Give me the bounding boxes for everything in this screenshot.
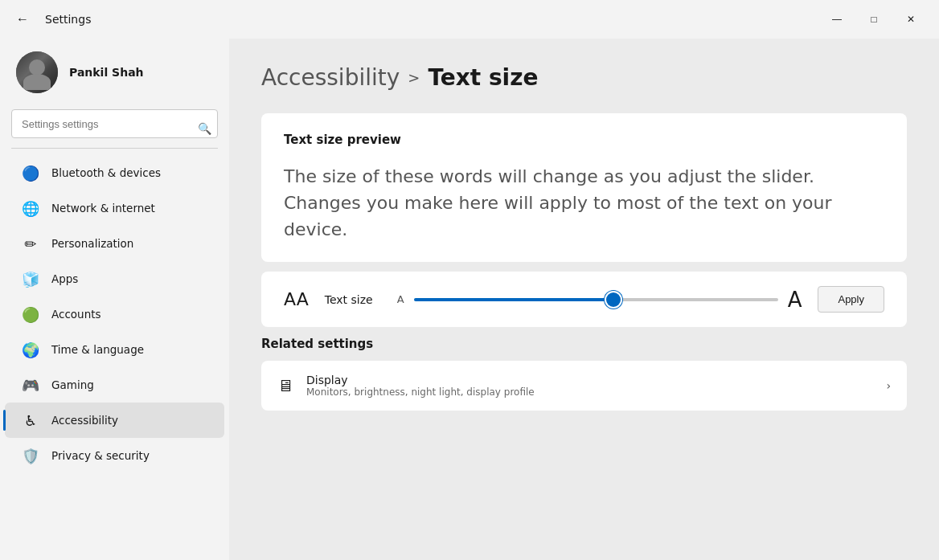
maximize-button[interactable]: □ [855, 6, 892, 32]
chevron-icon: > [408, 69, 420, 86]
sidebar-item-apps[interactable]: 🧊 Apps [5, 261, 224, 296]
related-item-display[interactable]: 🖥 Display Monitors, brightness, night li… [261, 361, 907, 411]
search-icon[interactable]: 🔍 [198, 122, 211, 135]
text-size-label: Text size [325, 293, 381, 306]
back-button[interactable]: ← [10, 6, 35, 32]
related-settings-section: Related settings 🖥 Display Monitors, bri… [261, 337, 907, 411]
related-item-text: Display Monitors, brightness, night ligh… [306, 374, 873, 398]
text-size-slider[interactable] [414, 298, 778, 301]
minimize-button[interactable]: — [818, 6, 855, 32]
sidebar-item-label: Personalization [51, 237, 133, 250]
personalization-icon: ✏️ [21, 234, 40, 253]
sidebar-item-label: Apps [51, 272, 78, 285]
time-icon: 🌍 [21, 340, 40, 359]
sidebar-item-personalization[interactable]: ✏️ Personalization [5, 226, 224, 261]
text-size-card: AA Text size A A Apply [261, 272, 907, 327]
avatar-image [16, 51, 58, 93]
sidebar-item-label: Accessibility [51, 414, 118, 427]
preview-card: Text size preview The size of these word… [261, 113, 907, 262]
sidebar-item-label: Privacy & security [51, 449, 150, 462]
network-icon: 🌐 [21, 198, 40, 218]
sidebar-divider [11, 148, 218, 149]
window-controls: — □ ✕ [818, 6, 929, 32]
sidebar-item-label: Network & internet [51, 202, 155, 215]
app-body: Pankil Shah 🔍 🔵 Bluetooth & devices 🌐 Ne… [0, 39, 939, 560]
breadcrumb-parent[interactable]: Accessibility [261, 64, 400, 91]
avatar [16, 51, 58, 93]
accounts-icon: 🟢 [21, 305, 40, 324]
related-settings-title: Related settings [261, 337, 907, 351]
breadcrumb-current: Text size [428, 64, 538, 91]
apply-button[interactable]: Apply [818, 286, 884, 313]
titlebar: ← Settings — □ ✕ [0, 0, 939, 39]
display-icon: 🖥 [277, 376, 293, 395]
sidebar-item-label: Accounts [51, 308, 101, 321]
main-content: Accessibility > Text size Text size prev… [229, 39, 939, 560]
apps-icon: 🧊 [21, 269, 40, 288]
sidebar-item-label: Gaming [51, 378, 94, 391]
chevron-right-icon: › [886, 379, 891, 392]
search-container: 🔍 [0, 109, 229, 148]
titlebar-title: Settings [45, 13, 91, 26]
sidebar-item-time[interactable]: 🌍 Time & language [5, 332, 224, 367]
breadcrumb: Accessibility > Text size [261, 64, 907, 91]
text-size-icon: AA [284, 289, 309, 309]
sidebar-item-label: Bluetooth & devices [51, 166, 161, 179]
sidebar-item-privacy[interactable]: 🛡️ Privacy & security [5, 438, 224, 473]
privacy-icon: 🛡️ [21, 446, 40, 465]
related-item-title: Display [306, 374, 873, 386]
search-input[interactable] [11, 109, 218, 138]
slider-container: A A [397, 288, 802, 312]
preview-card-text: The size of these words will change as y… [284, 163, 884, 243]
close-button[interactable]: ✕ [892, 6, 929, 32]
nav-list: 🔵 Bluetooth & devices 🌐 Network & intern… [0, 155, 229, 473]
sidebar-item-bluetooth[interactable]: 🔵 Bluetooth & devices [5, 155, 224, 190]
sidebar-item-gaming[interactable]: 🎮 Gaming [5, 367, 224, 403]
related-item-subtitle: Monitors, brightness, night light, displ… [306, 386, 873, 398]
sidebar: Pankil Shah 🔍 🔵 Bluetooth & devices 🌐 Ne… [0, 39, 229, 560]
sidebar-item-label: Time & language [51, 343, 144, 356]
slider-large-a: A [788, 288, 802, 312]
accessibility-icon: ♿ [21, 411, 40, 430]
sidebar-item-accessibility[interactable]: ♿ Accessibility [5, 403, 224, 438]
user-name: Pankil Shah [69, 66, 144, 79]
preview-card-title: Text size preview [284, 133, 884, 147]
slider-small-a: A [397, 293, 404, 305]
gaming-icon: 🎮 [21, 375, 40, 394]
sidebar-item-network[interactable]: 🌐 Network & internet [5, 190, 224, 226]
sidebar-item-accounts[interactable]: 🟢 Accounts [5, 296, 224, 332]
bluetooth-icon: 🔵 [21, 163, 40, 182]
user-profile: Pankil Shah [0, 39, 229, 109]
